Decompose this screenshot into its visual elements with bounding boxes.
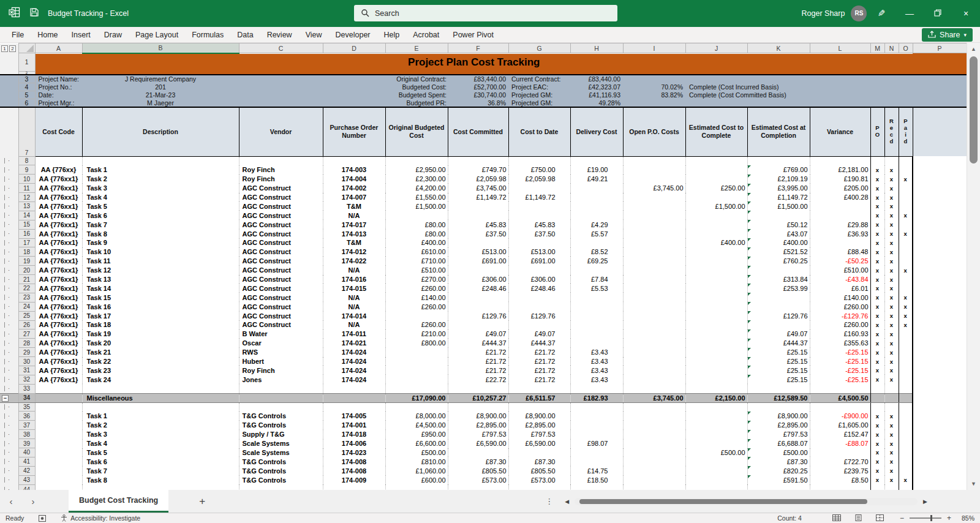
outline-dot[interactable]: · bbox=[8, 258, 10, 264]
cell-N24[interactable]: x bbox=[884, 302, 899, 311]
cell-A24[interactable]: AA {776xx1} bbox=[35, 302, 82, 311]
cell-M14[interactable]: x bbox=[870, 211, 884, 220]
cell-M32[interactable]: x bbox=[870, 375, 884, 384]
row-header-15[interactable]: 15 bbox=[18, 220, 35, 229]
info-value3-5[interactable]: £41,116.93 bbox=[570, 91, 623, 99]
cell-M20[interactable]: x bbox=[870, 266, 884, 275]
cell-J38[interactable] bbox=[685, 430, 747, 439]
cell-D26[interactable]: N/A bbox=[323, 320, 385, 329]
cell-E26[interactable]: £260.00 bbox=[385, 320, 448, 329]
cell-B28[interactable]: Task 20 bbox=[82, 339, 239, 348]
column-title-9[interactable]: Open P.O. Costs bbox=[623, 107, 685, 156]
cell-A10[interactable]: AA {776xx1} bbox=[35, 175, 82, 184]
row-header-41[interactable]: 41 bbox=[18, 457, 35, 466]
cell-M12[interactable]: x bbox=[870, 193, 884, 202]
cell-P16[interactable] bbox=[913, 229, 967, 238]
cell-H8[interactable] bbox=[570, 156, 623, 165]
cell-K11[interactable]: £3,995.00 bbox=[747, 184, 810, 193]
cell-M8[interactable] bbox=[870, 156, 884, 165]
cell-B8[interactable] bbox=[82, 156, 239, 165]
cell-P17[interactable] bbox=[913, 238, 967, 247]
cell-C9[interactable]: Roy Finch bbox=[239, 165, 323, 175]
cell-N14[interactable]: x bbox=[884, 211, 899, 220]
cell-A18[interactable]: AA {776xx1} bbox=[35, 247, 82, 257]
cell-J44[interactable] bbox=[685, 484, 747, 490]
cell-I15[interactable] bbox=[623, 220, 685, 229]
summary-label[interactable]: Miscellaneous bbox=[82, 393, 239, 402]
row-header-42[interactable]: 42 bbox=[18, 466, 35, 475]
cell-F23[interactable] bbox=[448, 293, 508, 302]
outline-dot[interactable]: · bbox=[8, 195, 10, 200]
cell-E10[interactable]: £2,300.00 bbox=[385, 175, 448, 184]
cell-H14[interactable] bbox=[570, 211, 623, 220]
cell-C21[interactable]: AGC Construct bbox=[239, 275, 323, 284]
cell-I28[interactable] bbox=[623, 339, 685, 348]
cell-M40[interactable]: x bbox=[870, 448, 884, 457]
row-header-3[interactable]: 3 bbox=[18, 75, 35, 83]
cell-O16[interactable]: x bbox=[899, 229, 913, 238]
row-header-4[interactable]: 4 bbox=[18, 83, 35, 91]
info-pct-4[interactable]: 70.02% bbox=[623, 83, 685, 91]
cell-I22[interactable] bbox=[623, 284, 685, 293]
cell-N4[interactable] bbox=[884, 83, 899, 91]
cell-F22[interactable]: £248.46 bbox=[448, 284, 508, 293]
cell-I16[interactable] bbox=[623, 229, 685, 238]
cell-F24[interactable] bbox=[448, 302, 508, 311]
cell-L13[interactable] bbox=[810, 201, 870, 211]
cell-E41[interactable]: £810.00 bbox=[385, 457, 448, 466]
menu-tab-view[interactable]: View bbox=[299, 31, 329, 39]
cell-M42[interactable]: x bbox=[870, 466, 884, 475]
column-title-1[interactable]: Cost Code bbox=[35, 107, 82, 156]
cell-O27[interactable] bbox=[899, 329, 913, 339]
cell-P39[interactable] bbox=[913, 439, 967, 448]
cell-I21[interactable] bbox=[623, 275, 685, 284]
cell-J13[interactable]: £1,500.00 bbox=[685, 201, 747, 211]
cell-H27[interactable] bbox=[570, 329, 623, 339]
cell-D11[interactable]: 174-002 bbox=[323, 184, 385, 193]
cell-M16[interactable]: x bbox=[870, 229, 884, 238]
cell-H26[interactable] bbox=[570, 320, 623, 329]
cell-O11[interactable] bbox=[899, 184, 913, 193]
cell-L37[interactable]: £1,605.00 bbox=[810, 421, 870, 430]
cell-I14[interactable] bbox=[623, 211, 685, 220]
cell-K40[interactable]: £500.00 bbox=[747, 448, 810, 457]
cell-A32[interactable]: AA {776xx1} bbox=[35, 375, 82, 384]
cell-B15[interactable]: Task 7 bbox=[82, 220, 239, 229]
cell-H20[interactable] bbox=[570, 266, 623, 275]
cell-B26[interactable]: Task 18 bbox=[82, 320, 239, 329]
cell-F42[interactable]: £805.50 bbox=[448, 466, 508, 475]
cell-D4[interactable] bbox=[323, 83, 385, 91]
cell-O36[interactable] bbox=[899, 412, 913, 421]
cell-P33[interactable] bbox=[913, 384, 967, 393]
cell-K27[interactable]: £49.07 bbox=[747, 329, 810, 339]
cell-F33[interactable] bbox=[448, 384, 508, 393]
cell-J29[interactable] bbox=[685, 348, 747, 357]
cell-L39[interactable]: -£88.07 bbox=[810, 439, 870, 448]
info-label-4[interactable]: Project No.: bbox=[35, 83, 82, 91]
menu-tab-draw[interactable]: Draw bbox=[97, 31, 129, 39]
cell-J22[interactable] bbox=[685, 284, 747, 293]
cell-J24[interactable] bbox=[685, 302, 747, 311]
cell-G12[interactable]: £1,149.72 bbox=[508, 193, 570, 202]
cell-K37[interactable]: £2,895.00 bbox=[747, 421, 810, 430]
cell-O19[interactable] bbox=[899, 257, 913, 266]
cell-K26[interactable] bbox=[747, 320, 810, 329]
cell-G8[interactable] bbox=[508, 156, 570, 165]
cell-K9[interactable]: £769.00 bbox=[747, 165, 810, 175]
summary-total-F[interactable]: £10,257.27 bbox=[448, 393, 508, 402]
cell-K24[interactable] bbox=[747, 302, 810, 311]
cell-L27[interactable]: £160.93 bbox=[810, 329, 870, 339]
cell-F29[interactable]: £21.72 bbox=[448, 348, 508, 357]
summary-total-G[interactable]: £6,511.57 bbox=[508, 393, 570, 402]
cell-F37[interactable]: £2,895.00 bbox=[448, 421, 508, 430]
cell-F14[interactable] bbox=[448, 211, 508, 220]
col-header-H[interactable]: H bbox=[570, 43, 623, 53]
cell-C4[interactable] bbox=[239, 83, 323, 91]
cell-J11[interactable]: £250.00 bbox=[685, 184, 747, 193]
cell-F44[interactable] bbox=[448, 484, 508, 490]
col-header-I[interactable]: I bbox=[623, 43, 685, 53]
cell-M17[interactable]: x bbox=[870, 238, 884, 247]
cell-C3[interactable] bbox=[239, 75, 323, 83]
cell-D12[interactable]: 174-007 bbox=[323, 193, 385, 202]
summary-total-I[interactable]: £3,745.00 bbox=[623, 393, 685, 402]
